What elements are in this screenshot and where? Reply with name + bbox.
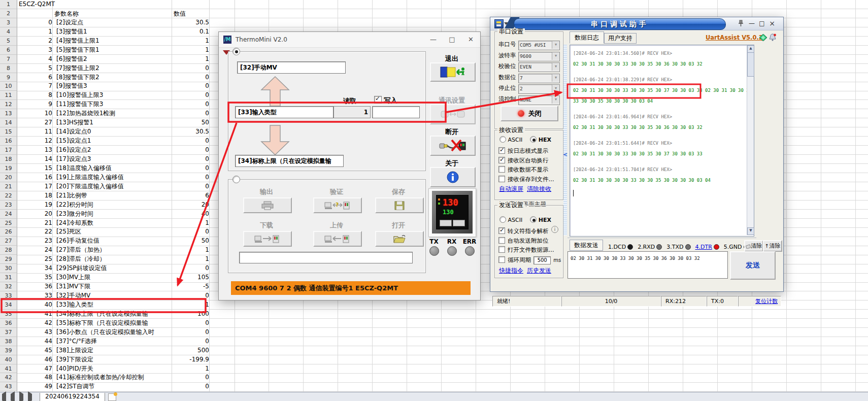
cell-index[interactable]: 10 bbox=[17, 109, 54, 118]
cell-index[interactable]: 48 bbox=[17, 373, 54, 382]
row-number[interactable]: 9 bbox=[0, 73, 17, 82]
cell-param-name[interactable]: [32]手动MV bbox=[54, 291, 174, 300]
signal-item[interactable]: 1.DCD bbox=[608, 244, 633, 250]
table-row[interactable]: 35 41 [34]标称上限（只在设定模拟量输 100 bbox=[0, 310, 235, 319]
signal-item[interactable]: 4.DTR bbox=[695, 244, 719, 250]
cell-value[interactable]: 1 bbox=[174, 219, 211, 228]
recv-option-checkbox[interactable] bbox=[498, 166, 505, 173]
table-row[interactable]: 27 23 [26]手动复位值 50 bbox=[0, 237, 235, 246]
clear-send-button[interactable]: 清除 bbox=[744, 240, 763, 252]
exit-button[interactable] bbox=[430, 62, 476, 82]
cell-value[interactable]: 0 bbox=[174, 100, 211, 109]
cell-param-name[interactable]: [34]标称上限（只在设定模拟量输 bbox=[54, 310, 174, 319]
row-number[interactable]: 37 bbox=[0, 328, 17, 337]
send-ascii-radio-row[interactable]: ASCII bbox=[499, 216, 522, 223]
file-ops-radio[interactable] bbox=[232, 176, 240, 183]
row-number[interactable]: 21 bbox=[0, 182, 17, 191]
table-row[interactable]: 40 46 [39]下限设定 -199.9 bbox=[0, 355, 235, 364]
table-row[interactable]: 31 35 [30]MV上限 105 bbox=[0, 273, 235, 282]
cell-value[interactable]: 0 bbox=[174, 373, 211, 382]
close-port-button[interactable]: 关闭 bbox=[500, 106, 558, 121]
disconnect-button[interactable] bbox=[430, 136, 476, 156]
send-option-row[interactable]: 打开文件数据源... bbox=[498, 244, 563, 254]
download-button[interactable] bbox=[243, 231, 292, 247]
comm-settings-button[interactable] bbox=[430, 104, 476, 124]
uartassist-titlebar[interactable]: 串口调试助手 — □ × bbox=[490, 17, 783, 30]
cell-value[interactable]: 0 bbox=[174, 73, 211, 82]
cell-param-name[interactable]: [22]积分时间 bbox=[54, 201, 174, 210]
table-row[interactable]: 25 21 [24]冷却系数 1 bbox=[0, 219, 235, 228]
cell-value[interactable]: 1 bbox=[174, 246, 211, 255]
cell-index[interactable]: 2 bbox=[17, 37, 54, 46]
send-option-checkbox[interactable] bbox=[498, 237, 505, 244]
table-row[interactable]: 34 40 [33]输入类型 1 bbox=[0, 300, 235, 310]
table-row[interactable]: 12 9 [11]报警值下限3 0 bbox=[0, 100, 235, 109]
output-button[interactable] bbox=[243, 197, 292, 213]
cell-index[interactable]: 13 bbox=[17, 146, 54, 155]
cell-param-name[interactable]: [5]报警值下限1 bbox=[54, 46, 174, 55]
chevron-down-icon[interactable]: ▼ bbox=[552, 41, 559, 49]
table-row[interactable]: 42 48 [41]标准控制或者加热/冷却控制 0 bbox=[0, 373, 235, 382]
cell-param-name[interactable]: [14]设定点0 bbox=[54, 127, 174, 137]
recv-option-checkbox[interactable] bbox=[498, 157, 505, 163]
cell-value[interactable]: 1 bbox=[174, 55, 211, 64]
cell-param-name[interactable]: [31]MV下限 bbox=[54, 282, 174, 291]
row-number[interactable]: 10 bbox=[0, 82, 17, 91]
cell-param-name[interactable]: [20]下限温度输入偏移值 bbox=[54, 182, 174, 191]
recv-ascii-radio[interactable] bbox=[499, 136, 506, 143]
sheet-tab[interactable]: 20240619224354 bbox=[40, 393, 105, 401]
cell-index[interactable]: 0 bbox=[17, 18, 54, 27]
table-row[interactable]: 13 10 [12]加热器烧毁1检测 0 bbox=[0, 109, 235, 118]
cell-value[interactable]: 0 bbox=[174, 82, 211, 91]
row-number[interactable]: 29 bbox=[0, 255, 17, 264]
row-number[interactable]: 32 bbox=[0, 282, 17, 291]
cell-param-name[interactable]: [12]加热器烧毁1检测 bbox=[54, 109, 174, 118]
cell-param-name[interactable]: [9]报警值3 bbox=[54, 82, 174, 91]
send-button[interactable]: 发送 bbox=[730, 251, 776, 280]
row-number[interactable]: 14 bbox=[0, 118, 17, 127]
table-row[interactable]: 37 43 [36]小数点（只在设定模拟量输入时 0 bbox=[0, 328, 235, 337]
cell-index[interactable]: 45 bbox=[17, 346, 54, 355]
cell-value[interactable]: 1 bbox=[174, 37, 211, 46]
table-row[interactable]: 6 3 [5]报警值下限1 1 bbox=[0, 46, 235, 55]
cell-param-name[interactable]: [15]设定点1 bbox=[54, 137, 174, 146]
cell-index[interactable]: 22 bbox=[17, 227, 54, 237]
row-number[interactable]: 1 bbox=[0, 0, 17, 9]
row-number[interactable]: 16 bbox=[0, 137, 17, 146]
cell-param-name[interactable]: [42]ST自调节 bbox=[54, 382, 174, 391]
cell-param-name[interactable]: [27]滞后（加热） bbox=[54, 246, 174, 255]
cell-index[interactable]: 7 bbox=[17, 82, 54, 91]
cell-index[interactable]: 49 bbox=[17, 382, 54, 391]
field-32-manual-mv[interactable]: [32]手动MV bbox=[237, 61, 346, 74]
table-row[interactable]: 11 8 [10]报警值上限3 0 bbox=[0, 91, 235, 100]
field-33-input-type[interactable]: [33]输入类型 bbox=[235, 106, 333, 118]
table-row[interactable]: 24 20 [23]微分时间 40 bbox=[0, 210, 235, 219]
cell-value[interactable]: 0 bbox=[174, 91, 211, 100]
maximize-button[interactable]: □ bbox=[443, 32, 461, 47]
row-number[interactable]: 30 bbox=[0, 264, 17, 273]
cell-index[interactable]: 46 bbox=[17, 355, 54, 364]
cell-value[interactable]: 20 bbox=[174, 201, 211, 210]
table-row[interactable]: 29 25 [28]滞后（冷却） 1 bbox=[0, 255, 235, 264]
cell-param-name[interactable]: [24]冷却系数 bbox=[54, 219, 174, 228]
cell-index[interactable] bbox=[17, 9, 54, 18]
cell-value[interactable]: 0 bbox=[174, 264, 211, 273]
cell-value[interactable] bbox=[174, 0, 211, 9]
cell-param-name[interactable]: [19]上限温度输入偏移值 bbox=[54, 173, 174, 182]
write-checkbox[interactable] bbox=[374, 96, 382, 104]
cell-value[interactable]: 50 bbox=[174, 237, 211, 246]
cell-value[interactable]: 0 bbox=[174, 173, 211, 182]
row-number[interactable]: 12 bbox=[0, 100, 17, 109]
row-number[interactable]: 22 bbox=[0, 191, 17, 201]
table-row[interactable]: 5 2 [4]报警值上限1 1 bbox=[0, 37, 235, 46]
row-number[interactable]: 36 bbox=[0, 319, 17, 328]
cell-value[interactable]: 0 bbox=[174, 146, 211, 155]
table-row[interactable]: 38 44 [37]°C/°F选择 0 bbox=[0, 337, 235, 346]
cell-param-name[interactable]: [28]滞后（冷却） bbox=[54, 255, 174, 264]
cell-param-name[interactable]: [30]MV上限 bbox=[54, 273, 174, 282]
history-send-link[interactable]: 历史发送 bbox=[527, 266, 551, 275]
table-row[interactable]: 14 27 [13]HS报警1 50 bbox=[0, 118, 235, 127]
cell-index[interactable]: 20 bbox=[17, 210, 54, 219]
chevron-down-icon[interactable]: ▼ bbox=[552, 63, 559, 71]
table-row[interactable]: 2 bbox=[0, 9, 235, 18]
